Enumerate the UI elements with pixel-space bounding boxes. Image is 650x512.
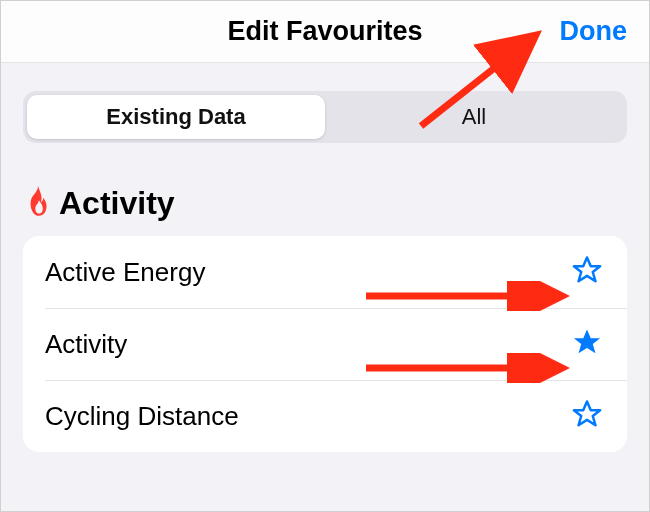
svg-marker-2 <box>574 402 600 426</box>
list-item-label: Activity <box>45 329 569 360</box>
tab-all[interactable]: All <box>325 95 623 139</box>
tab-label: All <box>462 104 486 130</box>
flame-icon <box>25 186 51 222</box>
segmented-control: Existing Data All <box>23 91 627 143</box>
star-outline-icon <box>572 255 602 289</box>
segmented-control-wrap: Existing Data All <box>23 63 627 143</box>
svg-marker-1 <box>574 330 600 354</box>
activity-list: Active Energy Activity <box>23 236 627 452</box>
page-title: Edit Favourites <box>1 1 649 62</box>
tab-existing-data[interactable]: Existing Data <box>27 95 325 139</box>
svg-marker-0 <box>574 258 600 282</box>
star-outline-icon <box>572 399 602 433</box>
favourite-toggle[interactable] <box>569 398 605 434</box>
tab-label: Existing Data <box>106 104 245 130</box>
navbar: Edit Favourites Done <box>1 1 649 63</box>
list-item[interactable]: Cycling Distance <box>23 380 627 452</box>
favourite-toggle[interactable] <box>569 254 605 290</box>
favourite-toggle[interactable] <box>569 326 605 362</box>
list-item[interactable]: Active Energy <box>23 236 627 308</box>
list-item-label: Cycling Distance <box>45 401 569 432</box>
list-item-label: Active Energy <box>45 257 569 288</box>
section-title: Activity <box>59 185 175 222</box>
section-header-activity: Activity <box>23 185 627 222</box>
list-item[interactable]: Activity <box>23 308 627 380</box>
star-filled-icon <box>572 327 602 361</box>
app-frame: Edit Favourites Done Existing Data All A… <box>0 0 650 512</box>
done-button[interactable]: Done <box>560 1 628 62</box>
content-area: Existing Data All Activity Active Energy <box>1 63 649 511</box>
